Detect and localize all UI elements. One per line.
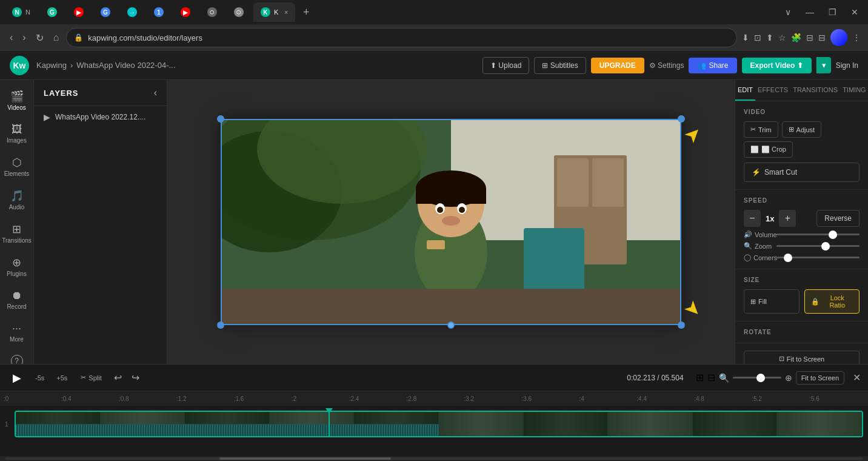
track-content-1[interactable] [15,411,863,437]
fit-to-screen-button[interactable]: ⊡ Fit to Screen [744,351,860,364]
tool-more[interactable]: ··· More [2,317,32,348]
brand-link[interactable]: Kapwing [36,61,67,70]
settings-button[interactable]: ⚙ Settings [649,61,684,70]
speed-increase-button[interactable]: + [779,210,796,227]
skip-back-button[interactable]: -5s [32,372,48,384]
svg-point-14 [437,207,443,213]
play-button[interactable]: ▶ [7,368,27,388]
layers-collapse-button[interactable]: ‹ [154,87,157,98]
upload-button[interactable]: ⬆ Upload [482,57,529,74]
crop-button[interactable]: ⬜ ⬜ Crop [744,141,793,158]
handle-top-right[interactable] [678,115,685,123]
tab-upwork[interactable]: N N [5,2,38,22]
reload-button[interactable]: ↻ [33,30,46,46]
fit-to-screen-timeline-button[interactable]: Fit to Screen [796,371,844,385]
sidebar-icon[interactable]: ⊟ [818,33,826,42]
size-buttons: ⊞ Fill 🔒 Lock Ratio [744,289,860,314]
redo-button[interactable]: ↪ [129,369,142,386]
tab-misc2[interactable]: ⬡ [227,2,251,22]
tool-transitions[interactable]: ⊞ Transitions [2,218,32,249]
tab-edit[interactable]: EDIT [735,80,755,101]
export-button[interactable]: Export Video ⬆ [742,58,812,73]
tool-help[interactable]: ? Help [2,350,32,364]
upgrade-button[interactable]: UPGRADE [591,58,644,73]
tool-audio[interactable]: 🎵 Audio [2,184,32,215]
images-label: Images [7,137,27,144]
thumb-10 [777,412,862,436]
url-box[interactable]: 🔒 kapwing.com/studio/editor/layers [66,28,737,47]
tab-1password[interactable]: 1 [147,2,171,22]
share-icon: 👥 [697,61,706,70]
tool-plugins[interactable]: ⊕ Plugins [2,251,32,282]
tool-record[interactable]: ⏺ Record [2,284,32,315]
handle-top-left[interactable] [217,115,224,123]
tool-elements[interactable]: ⬡ Elements [2,151,32,182]
tab-youtube1[interactable]: ▶ [67,2,91,22]
signin-button[interactable]: Sign In [836,61,858,70]
tab-kapwing[interactable]: K K × [253,2,295,22]
extensions-icon[interactable]: 🧩 [791,33,801,42]
win-minimize[interactable]: — [801,5,819,19]
corners-slider[interactable] [776,257,860,258]
volume-text: Volume [755,231,777,238]
share-button[interactable]: 👥 Share [689,58,736,73]
volume-slider[interactable] [776,234,860,235]
bookmark-icon[interactable]: ☆ [778,33,786,42]
scroll-thumb[interactable] [219,457,391,460]
handle-bottom-right[interactable] [678,321,685,329]
fill-button[interactable]: ⊞ Fill [744,289,800,314]
new-tab-button[interactable]: + [298,4,315,21]
audio-wave [16,424,439,436]
tab-transitions[interactable]: TRANSITIONS [790,80,840,101]
home-button[interactable]: ⌂ [51,30,62,45]
tab-favicon-upwork: N [12,7,22,17]
lock-ratio-button[interactable]: 🔒 Lock Ratio [804,289,860,314]
zoom-in-button[interactable]: ⊕ [785,373,792,383]
skip-forward-button[interactable]: +5s [53,372,71,384]
undo-button[interactable]: ↩ [112,369,124,386]
cast-icon[interactable]: ⊡ [754,33,761,42]
reverse-button[interactable]: Reverse [816,210,860,227]
profile-avatar[interactable] [830,29,847,46]
back-button[interactable]: ‹ [7,30,15,45]
zoom-out-button[interactable]: 🔍 [719,373,729,383]
smart-cut-button[interactable]: ⚡ Smart Cut [744,163,860,182]
app: Kw Kapwing › WhatsApp Video 2022-04-... … [0,51,868,461]
tab-google[interactable]: G [93,2,118,22]
forward-button[interactable]: › [20,30,28,45]
close-timeline-button[interactable]: ✕ [853,372,861,383]
layer-item-0[interactable]: ▶ WhatsApp Video 2022.12.... [34,106,167,128]
subtitles-button[interactable]: ⊞ Subtitles [534,57,586,74]
tab-favicon-yt1: ▶ [74,7,84,17]
playhead[interactable] [329,411,330,437]
menu-icon[interactable]: ⋮ [852,33,861,42]
export-dropdown-button[interactable]: ▾ [816,57,831,73]
win-maximize[interactable]: ❐ [824,5,841,19]
videos-label: Videos [7,104,25,111]
tab-misc1[interactable]: ⬡ [200,2,224,22]
handle-bottom-center[interactable] [447,321,455,329]
tab-effects[interactable]: EFFECTS [755,80,790,101]
tab-timing[interactable]: TIMING [840,80,868,101]
tab-grammarly[interactable]: G [40,2,64,22]
win-expand[interactable]: ∨ [780,5,796,19]
adjust-button[interactable]: ⊞ Adjust [782,121,822,138]
trim-button[interactable]: ✂ Trim [744,121,778,138]
tab-smartproxy[interactable]: → [120,2,144,22]
timeline-zoom-slider[interactable] [733,377,781,379]
speed-decrease-button[interactable]: − [744,210,761,227]
handle-bottom-left[interactable] [217,321,224,329]
zoom-slider[interactable] [776,245,860,247]
tool-images[interactable]: 🖼 Images [2,118,32,149]
tab-favicon-kapwing: K [261,7,270,17]
tool-videos[interactable]: 🎬 Videos [2,85,32,116]
download-icon[interactable]: ⬇ [742,33,749,42]
split-button[interactable]: ✂ Split [76,371,106,384]
tab-youtube2[interactable]: ▶ [173,2,198,22]
sync-icon[interactable]: ⊟ [806,33,813,42]
elements-icon: ⬡ [12,156,22,169]
scroll-track[interactable] [5,457,863,460]
win-close[interactable]: ✕ [846,5,863,19]
share-addr-icon[interactable]: ⬆ [766,33,773,42]
tab-close-kapwing[interactable]: × [284,9,288,16]
